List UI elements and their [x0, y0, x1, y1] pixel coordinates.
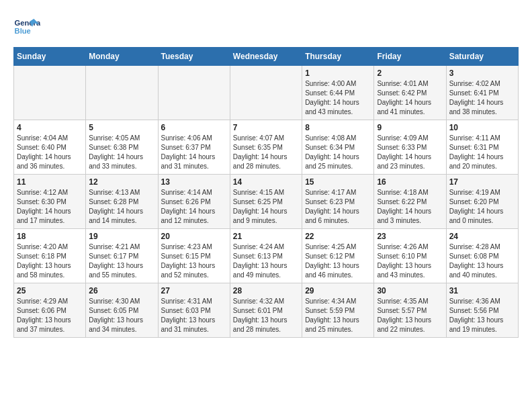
day-number: 12: [89, 177, 154, 187]
logo: General Blue: [13, 13, 40, 40]
day-info: Sunrise: 4:35 AM Sunset: 5:57 PM Dayligh…: [377, 297, 443, 334]
calendar-cell: 13Sunrise: 4:14 AM Sunset: 6:26 PM Dayli…: [158, 175, 230, 229]
day-number: 30: [377, 286, 443, 295]
day-info: Sunrise: 4:32 AM Sunset: 6:01 PM Dayligh…: [233, 297, 299, 334]
day-info: Sunrise: 4:08 AM Sunset: 6:34 PM Dayligh…: [305, 134, 371, 171]
day-info: Sunrise: 4:24 AM Sunset: 6:13 PM Dayligh…: [233, 242, 299, 280]
day-number: 22: [305, 232, 371, 241]
day-info: Sunrise: 4:23 AM Sunset: 6:15 PM Dayligh…: [161, 242, 227, 280]
day-number: 6: [161, 123, 227, 132]
calendar-cell: 14Sunrise: 4:15 AM Sunset: 6:25 PM Dayli…: [230, 175, 302, 229]
day-number: 10: [449, 123, 515, 132]
day-info: Sunrise: 4:18 AM Sunset: 6:22 PM Dayligh…: [377, 188, 443, 226]
header: General Blue: [13, 13, 519, 40]
calendar-cell: 8Sunrise: 4:08 AM Sunset: 6:34 PM Daylig…: [302, 120, 374, 175]
calendar-cell: 10Sunrise: 4:11 AM Sunset: 6:31 PM Dayli…: [446, 120, 518, 175]
day-info: Sunrise: 4:04 AM Sunset: 6:40 PM Dayligh…: [17, 134, 83, 171]
calendar-cell: 18Sunrise: 4:20 AM Sunset: 6:18 PM Dayli…: [14, 229, 86, 283]
day-number: 20: [161, 232, 227, 241]
day-info: Sunrise: 4:11 AM Sunset: 6:31 PM Dayligh…: [449, 134, 515, 171]
day-number: 15: [305, 177, 371, 187]
calendar-cell: 27Sunrise: 4:31 AM Sunset: 6:03 PM Dayli…: [158, 283, 230, 338]
header-day-tuesday: Tuesday: [158, 48, 230, 66]
calendar-cell: [14, 66, 86, 120]
header-day-saturday: Saturday: [446, 48, 518, 66]
day-number: 29: [305, 286, 371, 295]
calendar-cell: 22Sunrise: 4:25 AM Sunset: 6:12 PM Dayli…: [302, 229, 374, 283]
calendar-cell: 17Sunrise: 4:19 AM Sunset: 6:20 PM Dayli…: [446, 175, 518, 229]
day-info: Sunrise: 4:14 AM Sunset: 6:26 PM Dayligh…: [161, 188, 227, 226]
header-day-sunday: Sunday: [14, 48, 86, 66]
day-info: Sunrise: 4:30 AM Sunset: 6:05 PM Dayligh…: [89, 297, 154, 334]
calendar-cell: 19Sunrise: 4:21 AM Sunset: 6:17 PM Dayli…: [86, 229, 158, 283]
calendar-cell: 9Sunrise: 4:09 AM Sunset: 6:33 PM Daylig…: [374, 120, 446, 175]
header-day-wednesday: Wednesday: [230, 48, 302, 66]
day-number: 21: [233, 232, 299, 241]
calendar-cell: 31Sunrise: 4:36 AM Sunset: 5:56 PM Dayli…: [446, 283, 518, 338]
day-number: 23: [377, 232, 443, 241]
day-number: 11: [17, 177, 83, 187]
header-day-thursday: Thursday: [302, 48, 374, 66]
calendar-cell: 7Sunrise: 4:07 AM Sunset: 6:35 PM Daylig…: [230, 120, 302, 175]
day-number: 19: [89, 232, 154, 241]
day-info: Sunrise: 4:31 AM Sunset: 6:03 PM Dayligh…: [161, 297, 227, 334]
calendar-header-row: SundayMondayTuesdayWednesdayThursdayFrid…: [14, 48, 519, 66]
calendar-cell: 24Sunrise: 4:28 AM Sunset: 6:08 PM Dayli…: [446, 229, 518, 283]
calendar-cell: 4Sunrise: 4:04 AM Sunset: 6:40 PM Daylig…: [14, 120, 86, 175]
day-number: 8: [305, 123, 371, 132]
day-info: Sunrise: 4:02 AM Sunset: 6:41 PM Dayligh…: [449, 79, 515, 117]
day-number: 1: [305, 68, 371, 78]
day-number: 5: [89, 123, 154, 132]
day-info: Sunrise: 4:28 AM Sunset: 6:08 PM Dayligh…: [449, 242, 515, 280]
day-info: Sunrise: 4:12 AM Sunset: 6:30 PM Dayligh…: [17, 188, 83, 226]
calendar-cell: 20Sunrise: 4:23 AM Sunset: 6:15 PM Dayli…: [158, 229, 230, 283]
calendar-week-row: 4Sunrise: 4:04 AM Sunset: 6:40 PM Daylig…: [14, 120, 519, 175]
day-info: Sunrise: 4:15 AM Sunset: 6:25 PM Dayligh…: [233, 188, 299, 226]
day-info: Sunrise: 4:17 AM Sunset: 6:23 PM Dayligh…: [305, 188, 371, 226]
day-number: 3: [449, 68, 515, 78]
day-info: Sunrise: 4:20 AM Sunset: 6:18 PM Dayligh…: [17, 242, 83, 280]
day-number: 31: [449, 286, 515, 295]
calendar-cell: 16Sunrise: 4:18 AM Sunset: 6:22 PM Dayli…: [374, 175, 446, 229]
day-info: Sunrise: 4:25 AM Sunset: 6:12 PM Dayligh…: [305, 242, 371, 280]
day-number: 7: [233, 123, 299, 132]
calendar-cell: 11Sunrise: 4:12 AM Sunset: 6:30 PM Dayli…: [14, 175, 86, 229]
day-info: Sunrise: 4:36 AM Sunset: 5:56 PM Dayligh…: [449, 297, 515, 334]
day-number: 14: [233, 177, 299, 187]
day-number: 4: [17, 123, 83, 132]
calendar-cell: 5Sunrise: 4:05 AM Sunset: 6:38 PM Daylig…: [86, 120, 158, 175]
calendar-cell: 25Sunrise: 4:29 AM Sunset: 6:06 PM Dayli…: [14, 283, 86, 338]
header-day-monday: Monday: [86, 48, 158, 66]
calendar-week-row: 1Sunrise: 4:00 AM Sunset: 6:44 PM Daylig…: [14, 66, 519, 120]
calendar-cell: 12Sunrise: 4:13 AM Sunset: 6:28 PM Dayli…: [86, 175, 158, 229]
calendar-cell: 29Sunrise: 4:34 AM Sunset: 5:59 PM Dayli…: [302, 283, 374, 338]
day-info: Sunrise: 4:05 AM Sunset: 6:38 PM Dayligh…: [89, 134, 154, 171]
calendar-week-row: 25Sunrise: 4:29 AM Sunset: 6:06 PM Dayli…: [14, 283, 519, 338]
calendar-cell: 23Sunrise: 4:26 AM Sunset: 6:10 PM Dayli…: [374, 229, 446, 283]
day-info: Sunrise: 4:26 AM Sunset: 6:10 PM Dayligh…: [377, 242, 443, 280]
calendar-cell: 26Sunrise: 4:30 AM Sunset: 6:05 PM Dayli…: [86, 283, 158, 338]
header-day-friday: Friday: [374, 48, 446, 66]
calendar-cell: 2Sunrise: 4:01 AM Sunset: 6:42 PM Daylig…: [374, 66, 446, 120]
day-number: 28: [233, 286, 299, 295]
day-number: 26: [89, 286, 154, 295]
day-info: Sunrise: 4:06 AM Sunset: 6:37 PM Dayligh…: [161, 134, 227, 171]
calendar-cell: [86, 66, 158, 120]
day-info: Sunrise: 4:13 AM Sunset: 6:28 PM Dayligh…: [89, 188, 154, 226]
day-number: 25: [17, 286, 83, 295]
day-info: Sunrise: 4:00 AM Sunset: 6:44 PM Dayligh…: [305, 79, 371, 117]
logo-icon: General Blue: [13, 13, 40, 40]
day-number: 27: [161, 286, 227, 295]
calendar-cell: 3Sunrise: 4:02 AM Sunset: 6:41 PM Daylig…: [446, 66, 518, 120]
day-info: Sunrise: 4:21 AM Sunset: 6:17 PM Dayligh…: [89, 242, 154, 280]
calendar-cell: 6Sunrise: 4:06 AM Sunset: 6:37 PM Daylig…: [158, 120, 230, 175]
day-number: 9: [377, 123, 443, 132]
day-number: 2: [377, 68, 443, 78]
calendar-cell: 30Sunrise: 4:35 AM Sunset: 5:57 PM Dayli…: [374, 283, 446, 338]
calendar-cell: 28Sunrise: 4:32 AM Sunset: 6:01 PM Dayli…: [230, 283, 302, 338]
day-info: Sunrise: 4:07 AM Sunset: 6:35 PM Dayligh…: [233, 134, 299, 171]
svg-text:Blue: Blue: [15, 27, 31, 35]
day-number: 18: [17, 232, 83, 241]
calendar-cell: 21Sunrise: 4:24 AM Sunset: 6:13 PM Dayli…: [230, 229, 302, 283]
day-info: Sunrise: 4:29 AM Sunset: 6:06 PM Dayligh…: [17, 297, 83, 334]
